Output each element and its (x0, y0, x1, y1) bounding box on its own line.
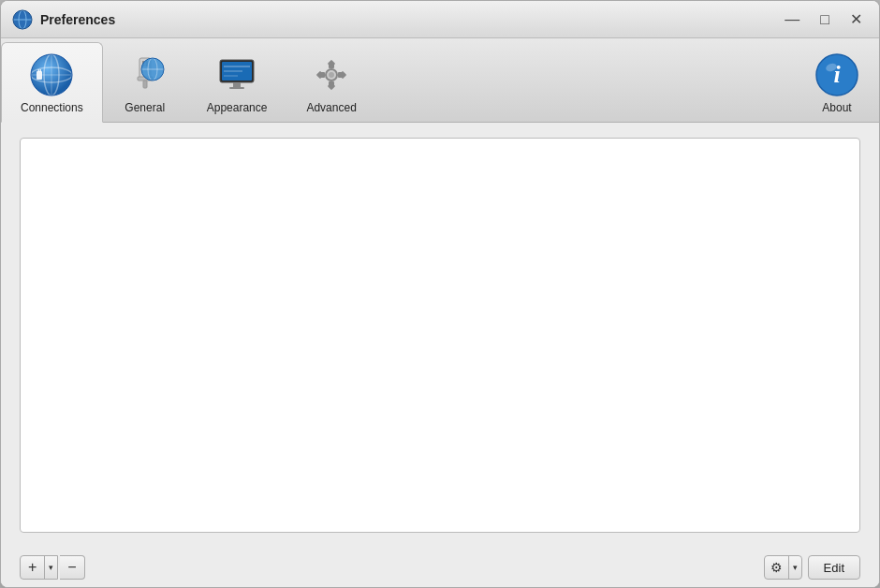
tab-general-label: General (125, 101, 165, 114)
toolbar-spacer (376, 42, 795, 122)
tab-appearance[interactable]: Appearance (187, 42, 287, 122)
connections-panel (20, 138, 860, 533)
tab-about[interactable]: i About (795, 42, 879, 122)
tab-connections-label: Connections (21, 101, 83, 114)
bottom-right-controls: ⚙ ▾ Edit (764, 555, 860, 580)
svg-rect-17 (143, 81, 147, 88)
tab-about-label: About (822, 101, 851, 114)
advanced-icon (309, 52, 354, 97)
title-bar: Preferences — □ ✕ (1, 1, 879, 38)
svg-point-40 (329, 72, 334, 78)
window-controls: — □ ✕ (779, 10, 868, 29)
tab-advanced-label: Advanced (306, 101, 356, 114)
tab-appearance-label: Appearance (207, 101, 268, 114)
app-icon (12, 9, 33, 30)
general-icon (123, 52, 168, 97)
gear-dropdown-arrow: ▾ (789, 556, 801, 579)
window-title: Preferences (40, 12, 779, 27)
remove-button[interactable]: − (60, 555, 84, 580)
tab-advanced[interactable]: Advanced (286, 42, 375, 122)
toolbar: Connections General (1, 38, 879, 123)
close-button[interactable]: ✕ (844, 10, 868, 29)
gear-icon: ⚙ (765, 556, 789, 579)
tab-general[interactable]: General (103, 42, 187, 122)
preferences-window: Preferences — □ ✕ (0, 0, 880, 588)
connections-icon (29, 52, 74, 97)
about-icon: i (814, 52, 859, 97)
main-content (1, 123, 879, 548)
add-dropdown-arrow: ▾ (45, 556, 57, 579)
gear-button[interactable]: ⚙ ▾ (764, 555, 802, 580)
svg-rect-12 (40, 69, 42, 72)
svg-rect-27 (233, 82, 241, 87)
svg-rect-10 (37, 71, 42, 80)
maximize-button[interactable]: □ (814, 10, 835, 29)
svg-rect-11 (38, 69, 40, 72)
bottom-bar: + ▾ − ⚙ ▾ Edit (1, 548, 879, 587)
add-icon: + (21, 556, 45, 579)
svg-rect-28 (229, 87, 244, 89)
edit-button[interactable]: Edit (808, 555, 860, 580)
bottom-left-controls: + ▾ − (20, 555, 85, 580)
tab-connections[interactable]: Connections (1, 42, 103, 123)
minimize-button[interactable]: — (779, 10, 805, 29)
appearance-icon (214, 52, 259, 97)
add-button[interactable]: + ▾ (20, 555, 58, 580)
